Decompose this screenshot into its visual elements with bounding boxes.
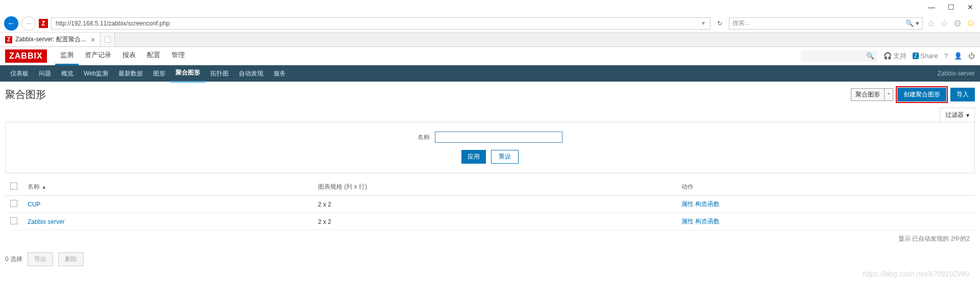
tab-title: Zabbix-server: 配置聚合... xyxy=(15,35,86,44)
browser-search[interactable]: 搜索... 🔍 ▾ xyxy=(729,17,923,30)
row-checkbox[interactable] xyxy=(10,217,17,224)
smiley-icon[interactable]: ☺ xyxy=(966,18,976,29)
close-icon[interactable]: ✕ xyxy=(967,4,974,11)
sort-asc-icon: ▲ xyxy=(41,184,46,190)
site-favicon: Z xyxy=(39,19,48,28)
apply-button[interactable]: 应用 xyxy=(461,150,486,164)
subnav-problems[interactable]: 问题 xyxy=(34,65,56,82)
forward-button: → xyxy=(21,16,36,31)
select-all-checkbox[interactable] xyxy=(10,183,17,190)
dropdown-icon[interactable]: ▼ xyxy=(701,20,706,26)
filter-tab-row: 过滤器 ▾ xyxy=(0,108,980,122)
selected-count: 0 选择 xyxy=(5,255,22,264)
filter-name-label: 名称 xyxy=(418,133,430,142)
dimensions-cell: 2 x 2 xyxy=(313,196,676,213)
subnav-screens[interactable]: 聚合图形 xyxy=(170,64,205,83)
nav-config[interactable]: 配置 xyxy=(142,46,165,65)
dimensions-cell: 2 x 2 xyxy=(313,213,676,230)
screen-link[interactable]: Zabbix server xyxy=(28,218,65,225)
search-icon[interactable]: 🔍 ▾ xyxy=(905,19,919,27)
subnav-maps[interactable]: 拓扑图 xyxy=(205,65,234,82)
subnav-web[interactable]: Web监测 xyxy=(79,65,113,82)
subnav-graphs[interactable]: 图形 xyxy=(148,65,170,82)
col-actions: 动作 xyxy=(676,178,975,196)
reset-button[interactable]: 重设 xyxy=(491,150,519,164)
address-bar[interactable]: http://192.168.5.11/zabbix/screenconf.ph… xyxy=(51,17,710,30)
col-name[interactable]: 名称 ▲ xyxy=(22,178,313,196)
subnav-dashboard[interactable]: 仪表板 xyxy=(5,65,34,82)
properties-link[interactable]: 属性 xyxy=(681,218,694,225)
table-row: Zabbix server 2 x 2 属性 构造函数 xyxy=(5,213,975,230)
export-button: 导出 xyxy=(28,252,53,266)
screens-table: 名称 ▲ 图表规格 (列 x 行) 动作 CUP 2 x 2 属性 构造函数 Z… xyxy=(5,178,975,230)
support-link[interactable]: 🎧 支持 xyxy=(884,52,906,61)
watermark: https://blog.csdn.net/X70919ZWG xyxy=(863,270,970,271)
zabbix-logo[interactable]: ZABBIX xyxy=(5,49,47,63)
chevron-down-icon[interactable]: ⌄ xyxy=(885,88,893,101)
maximize-icon[interactable]: ☐ xyxy=(947,4,954,11)
search-placeholder: 搜索... xyxy=(732,19,750,28)
share-link[interactable]: Z Share xyxy=(913,52,938,60)
nav-monitoring[interactable]: 监测 xyxy=(55,46,79,65)
refresh-icon[interactable]: ↻ xyxy=(714,20,726,27)
create-screen-button[interactable]: 创建聚合图形 xyxy=(897,88,946,101)
subnav-services[interactable]: 服务 xyxy=(268,65,291,82)
top-nav: 监测 资产记录 报表 配置 管理 xyxy=(55,46,190,65)
sub-nav: 仪表板 问题 概览 Web监测 最新数据 图形 聚合图形 拓扑图 自动发现 服务… xyxy=(0,65,980,82)
constructor-link[interactable]: 构造函数 xyxy=(695,200,720,208)
logout-icon[interactable]: ⏻ xyxy=(968,52,975,60)
constructor-link[interactable]: 构造函数 xyxy=(695,218,720,225)
tab-favicon: Z xyxy=(5,36,12,43)
table-footer: 显示 已自动发现的 2中的2 xyxy=(0,230,980,247)
filter-name-input[interactable] xyxy=(435,132,562,143)
delete-button: 删除 xyxy=(58,252,84,266)
filter-panel: 名称 应用 重设 xyxy=(5,122,975,173)
gear-icon[interactable]: ⚙ xyxy=(952,18,963,29)
select-value: 聚合图形 xyxy=(851,88,885,101)
subnav-overview[interactable]: 概览 xyxy=(56,65,79,82)
import-button[interactable]: 导入 xyxy=(950,88,975,101)
properties-link[interactable]: 属性 xyxy=(681,200,694,208)
home-icon[interactable]: ⌂ xyxy=(926,18,936,29)
browser-toolbar: ← → Z http://192.168.5.11/zabbix/screenc… xyxy=(0,14,980,33)
filter-icon: ▾ xyxy=(966,112,969,119)
page-title: 聚合图形 xyxy=(5,88,46,101)
window-titlebar: — ☐ ✕ xyxy=(0,0,980,14)
view-select[interactable]: 聚合图形 ⌄ xyxy=(851,88,893,101)
app-header: ZABBIX 监测 资产记录 报表 配置 管理 🔍 🎧 支持 Z Share ?… xyxy=(0,47,980,65)
subnav-latest[interactable]: 最新数据 xyxy=(113,65,148,82)
nav-admin[interactable]: 管理 xyxy=(166,46,190,65)
favorites-icon[interactable]: ☆ xyxy=(939,18,949,29)
new-tab-button[interactable] xyxy=(101,33,115,46)
table-row: CUP 2 x 2 属性 构造函数 xyxy=(5,196,975,213)
subnav-discovery[interactable]: 自动发现 xyxy=(234,65,268,82)
url-text: http://192.168.5.11/zabbix/screenconf.ph… xyxy=(56,20,170,27)
screen-link[interactable]: CUP xyxy=(28,201,40,208)
back-button[interactable]: ← xyxy=(4,16,18,31)
nav-reports[interactable]: 报表 xyxy=(117,46,141,65)
bottom-bar: 0 选择 导出 删除 xyxy=(0,247,980,271)
col-dimensions: 图表规格 (列 x 行) xyxy=(313,178,676,196)
search-icon[interactable]: 🔍 xyxy=(866,52,874,60)
row-checkbox[interactable] xyxy=(10,200,17,207)
filter-label: 过滤器 xyxy=(945,111,964,119)
filter-tab[interactable]: 过滤器 ▾ xyxy=(940,108,975,122)
user-icon[interactable]: 👤 xyxy=(954,52,962,60)
browser-tab[interactable]: Z Zabbix-server: 配置聚合... × xyxy=(0,33,101,46)
tab-close-icon[interactable]: × xyxy=(91,36,95,44)
help-icon[interactable]: ? xyxy=(944,52,948,60)
nav-inventory[interactable]: 资产记录 xyxy=(80,46,116,65)
tab-strip: Z Zabbix-server: 配置聚合... × xyxy=(0,33,980,47)
minimize-icon[interactable]: — xyxy=(928,4,935,11)
app-search-wrap: 🔍 xyxy=(801,50,877,62)
page-header: 聚合图形 聚合图形 ⌄ 创建聚合图形 导入 xyxy=(0,82,980,108)
host-label: Zabbix-server xyxy=(938,70,975,77)
